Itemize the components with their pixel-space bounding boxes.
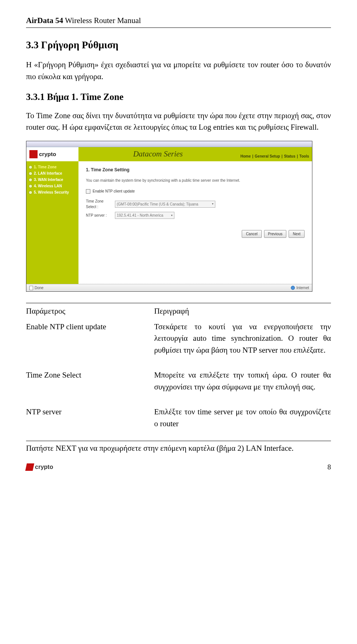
ntp-select[interactable]: 192.5.41.41 - North America ▾ <box>115 212 174 219</box>
browser-toolbar <box>26 141 312 147</box>
brand-text: crypto <box>39 150 56 159</box>
doc-title-bold: AirData 54 <box>26 16 63 25</box>
page-header: AirData 54 Wireless Router Manual <box>26 15 331 28</box>
sidebar-item-label: 4. Wireless LAN <box>34 183 62 189</box>
sidebar-item-label: 3. WAN Interface <box>34 177 63 182</box>
tz-label: Time Zone Select : <box>86 198 112 210</box>
tz-select-value: (GMT-08:00)Pacific Time (US & Canada); T… <box>117 201 198 207</box>
document-icon <box>29 286 33 290</box>
page-number: 8 <box>328 462 331 473</box>
banner-logo-area: crypto <box>26 147 78 162</box>
subsection-heading: 3.3.1 Βήμα 1. Time Zone <box>26 90 331 104</box>
param-desc: Τσεκάρετε το κουτί για να ενεργοποιήσετε… <box>154 319 331 368</box>
footer-brand: crypto <box>35 463 53 472</box>
bullet-icon <box>29 184 32 188</box>
panel-content: 1. Time Zone Setting You can maintain th… <box>78 161 312 284</box>
nav-status[interactable]: Status <box>284 153 296 159</box>
cancel-button[interactable]: Cancel <box>242 230 261 238</box>
panel-description: You can maintain the system time by sync… <box>86 178 305 183</box>
nav-general-setup[interactable]: General Setup <box>255 153 280 159</box>
tz-select[interactable]: (GMT-08:00)Pacific Time (US & Canada); T… <box>115 201 215 208</box>
router-banner: crypto Datacom Series Home| General Setu… <box>26 147 312 162</box>
page-footer: crypto 8 <box>26 462 331 473</box>
chevron-down-icon: ▾ <box>212 202 213 206</box>
section-heading: 3.3 Γρήγορη Ρύθμιση <box>26 38 331 53</box>
sidebar-item-label: 5. Wireless Security <box>34 190 69 195</box>
sidebar-item-security[interactable]: 5. Wireless Security <box>29 190 76 195</box>
sidebar-item-label: 2. LAN Interface <box>34 171 62 176</box>
intro-paragraph: Η «Γρήγορη Ρύθμιση» έχει σχεδιαστεί για … <box>26 59 331 82</box>
ntp-checkbox-label: Enable NTP client update <box>93 188 135 194</box>
table-head-desc: Περιγραφή <box>154 303 331 319</box>
next-button[interactable]: Next <box>289 230 305 238</box>
sidebar-item-wlan[interactable]: 4. Wireless LAN <box>29 183 76 189</box>
param-name: NTP server <box>26 404 154 441</box>
crypto-logo-icon <box>25 463 34 471</box>
sidebar-item-label: 1. Time Zone <box>34 164 57 170</box>
browser-statusbar: Done Internet <box>26 284 312 291</box>
param-desc: Επιλέξτε τον time server με τον οποίο θα… <box>154 404 331 441</box>
bullet-icon <box>29 165 32 169</box>
status-internet: Internet <box>296 285 309 291</box>
footer-logo: crypto <box>26 463 53 472</box>
doc-title-rest: Wireless Router Manual <box>63 16 141 25</box>
table-head-param: Παράμετρος <box>26 303 154 319</box>
sidebar-item-timezone[interactable]: 1. Time Zone <box>29 164 76 170</box>
panel-title: 1. Time Zone Setting <box>86 166 305 173</box>
sidebar-item-lan[interactable]: 2. LAN Interface <box>29 171 76 176</box>
nav-home[interactable]: Home <box>240 153 251 159</box>
ntp-label: NTP server : <box>86 213 112 218</box>
bullet-icon <box>29 178 32 182</box>
nav-tools[interactable]: Tools <box>299 153 309 159</box>
parameter-table-block: Παράμετρος Περιγραφή Enable NTP client u… <box>26 303 331 441</box>
param-name: Time Zone Select <box>26 367 154 404</box>
next-instruction: Πατήστε NEXT για να προχωρήσετε στην επό… <box>26 443 331 454</box>
globe-icon <box>291 286 295 290</box>
param-name: Enable NTP client update <box>26 319 154 368</box>
ntp-select-value: 192.5.41.41 - North America <box>117 213 163 218</box>
status-done: Done <box>35 285 44 291</box>
top-nav: Home| General Setup| Status| Tools <box>237 147 312 162</box>
chevron-down-icon: ▾ <box>171 213 173 218</box>
sidebar: 1. Time Zone 2. LAN Interface 3. WAN Int… <box>26 161 78 284</box>
bullet-icon <box>29 191 32 194</box>
bullet-icon <box>29 172 32 175</box>
previous-button[interactable]: Previous <box>264 230 287 238</box>
subsection-paragraph: Το Time Zone σας δίνει την δυνατότητα να… <box>26 110 331 133</box>
crypto-logo-icon <box>29 150 38 158</box>
param-desc: Μπορείτε να επιλέξετε την τοπική ώρα. Ο … <box>154 367 331 404</box>
banner-series-title: Datacom Series <box>133 148 183 160</box>
ntp-checkbox[interactable] <box>86 189 90 194</box>
sidebar-item-wan[interactable]: 3. WAN Interface <box>29 177 76 182</box>
router-screenshot: crypto Datacom Series Home| General Setu… <box>26 141 331 292</box>
